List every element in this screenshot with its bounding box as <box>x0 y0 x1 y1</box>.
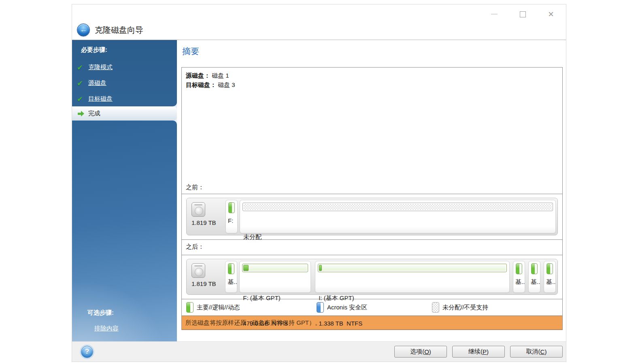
summary-container: 源磁盘： 磁盘 1 目标磁盘： 磁盘 3 之前： 1 <box>181 67 563 330</box>
hard-disk-icon <box>191 202 205 217</box>
partition-f-usage <box>243 265 249 271</box>
partition-icon <box>228 263 234 274</box>
proceed-button[interactable]: 继续(P) <box>452 346 505 358</box>
partition-icon <box>531 263 538 274</box>
sidebar-item-source-disk[interactable]: ✔ 源磁盘 <box>72 75 177 91</box>
legend-unallocated: 未分配//不受支持 <box>432 302 488 313</box>
partition-f: F: (基本 GPT) 479.0 GB NTFS <box>239 261 311 293</box>
required-steps-panel: 必要步骤: ✔ 克隆模式 ✔ 源磁盘 ✔ 目标磁盘 <box>72 40 177 106</box>
footer-buttons: 选项(O) 继续(P) 取消(C) <box>389 346 563 358</box>
after-disk-section: 1.819 TB 基.. F: (基本 GPT) <box>182 255 562 299</box>
cancel-button[interactable]: 取消(C) <box>510 346 563 358</box>
wizard-sidebar: 必要步骤: ✔ 克隆模式 ✔ 源磁盘 ✔ 目标磁盘 完成 <box>72 40 177 342</box>
close-button[interactable]: × <box>542 7 560 21</box>
wizard-window: × ← 克隆磁盘向导 必要步骤: ✔ 克隆模式 ✔ 源磁盘 <box>72 4 566 362</box>
minimize-icon <box>491 14 498 15</box>
partition-text: F: (基本 GPT) 479.0 GB NTFS <box>243 277 288 345</box>
partition-small-basic: 基... <box>544 261 556 293</box>
header-title-row: ← 克隆磁盘向导 <box>77 23 143 36</box>
partition-text: I: (基本 GPT) 1.338 TB NTFS <box>319 277 362 345</box>
partition-i-bar <box>318 264 507 272</box>
sidebar-item-exclusions[interactable]: 排除内容 <box>72 325 177 332</box>
partition-unallocated: 未分配 1.819 TB <box>240 200 556 233</box>
small-partitions-right: 基.. 基... 基... <box>510 261 556 293</box>
disk-cell: 1.819 TB <box>188 200 224 233</box>
window-header: × ← 克隆磁盘向导 <box>72 4 566 40</box>
help-button[interactable]: ? <box>81 346 93 358</box>
sidebar-item-clone-mode[interactable]: ✔ 克隆模式 <box>72 59 177 75</box>
partition-icon <box>516 263 522 274</box>
sidebar-item-finish-active[interactable]: 完成 <box>72 106 177 121</box>
partition-small-basic: 基.. <box>225 261 237 293</box>
partition-small-basic: 基.. <box>513 261 525 293</box>
sidebar-item-target-disk[interactable]: ✔ 目标磁盘 <box>72 91 177 107</box>
main-content: 摘要 源磁盘： 磁盘 1 目标磁盘： 磁盘 3 之前： <box>181 40 563 342</box>
footer-bar: ? 选项(O) 继续(P) 取消(C) <box>72 341 566 362</box>
desktop: × ← 克隆磁盘向导 必要步骤: ✔ 克隆模式 ✔ 源磁盘 <box>0 0 638 364</box>
target-disk-line: 目标磁盘： 磁盘 3 <box>186 80 558 89</box>
maximize-icon <box>520 11 526 17</box>
check-icon: ✔ <box>77 63 87 72</box>
partition-icon <box>547 263 553 274</box>
summary-lines: 源磁盘： 磁盘 1 目标磁盘： 磁盘 3 <box>186 71 558 89</box>
check-icon: ✔ <box>77 79 87 88</box>
partition-i-usage <box>319 265 322 271</box>
after-label: 之后： <box>186 243 204 250</box>
legend-primary-icon <box>186 302 194 313</box>
partition-icon <box>228 202 235 213</box>
arrow-left-icon: ← <box>80 26 87 33</box>
before-disk-card: 1.819 TB F: 未分配 1.819 TB <box>186 198 558 235</box>
after-label-section: 之后： <box>182 240 562 255</box>
unallocated-bar <box>242 203 553 211</box>
back-button[interactable]: ← <box>77 23 90 36</box>
maximize-button[interactable] <box>513 7 532 21</box>
hard-disk-icon <box>191 263 205 278</box>
summary-heading: 摘要 <box>182 46 563 57</box>
summary-section: 源磁盘： 磁盘 1 目标磁盘： 磁盘 3 之前： <box>182 68 562 194</box>
partition-small-f: F: <box>225 200 238 233</box>
partition-f-bar <box>242 264 308 272</box>
optional-steps-header: 可选步骤: <box>72 309 177 317</box>
source-disk-line: 源磁盘： 磁盘 1 <box>186 71 558 80</box>
minimize-button[interactable] <box>485 7 504 21</box>
required-steps-header: 必要步骤: <box>72 46 177 54</box>
partition-i: I: (基本 GPT) 1.338 TB NTFS <box>315 261 510 293</box>
legend-section: 主要//逻辑//动态 Acronis 安全区 未分配//不受支持 <box>182 299 562 316</box>
page-title: 克隆磁盘向导 <box>95 25 143 36</box>
close-icon: × <box>548 9 554 19</box>
question-icon: ? <box>85 348 89 356</box>
disk-size-label: 1.819 TB <box>191 219 224 226</box>
after-disk-card: 1.819 TB 基.. F: (基本 GPT) <box>186 259 558 295</box>
legend-unallocated-icon <box>432 302 439 313</box>
notice-bar: 所选磁盘将按原样还原（磁盘布局将保持 GPT）。 <box>182 316 562 330</box>
before-label: 之前： <box>186 184 558 191</box>
window-controls: × <box>475 7 560 21</box>
optional-steps-panel: 可选步骤: 排除内容 <box>72 121 177 342</box>
partition-small-basic: 基... <box>528 261 540 293</box>
check-icon: ✔ <box>77 95 87 104</box>
disk-size-label: 1.819 TB <box>191 280 223 287</box>
options-button[interactable]: 选项(O) <box>394 346 447 358</box>
disk-cell: 1.819 TB <box>188 261 223 293</box>
before-disk-section: 1.819 TB F: 未分配 1.819 TB <box>182 194 562 240</box>
arrow-right-icon <box>77 111 87 116</box>
